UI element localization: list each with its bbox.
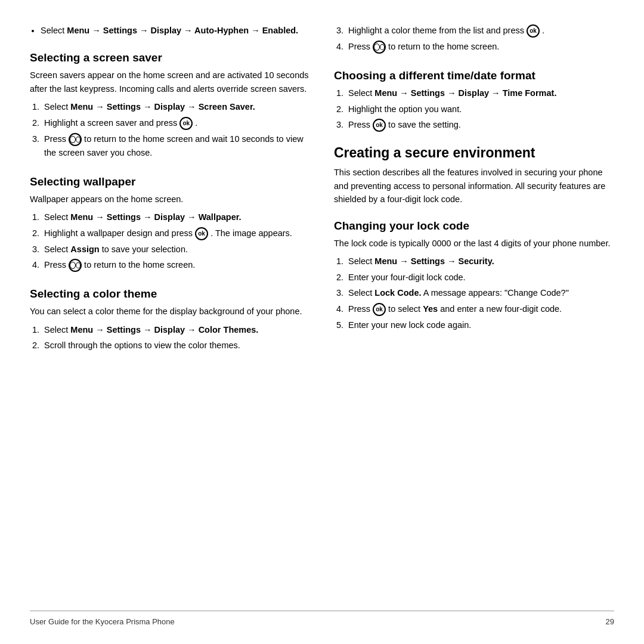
left-column: Select Menu → Settings → Display → Auto-… — [30, 24, 310, 603]
wallpaper-heading: Selecting wallpaper — [30, 175, 310, 188]
time-date-heading: Choosing a different time/date format — [334, 69, 614, 82]
ok-button-icon-4: ok — [373, 119, 386, 132]
lock-code-step1-bold: Menu → Settings → Security. — [374, 256, 494, 266]
right-column: Highlight a color theme from the list an… — [334, 24, 614, 603]
intro-bullet-list: Select Menu → Settings → Display → Auto-… — [41, 24, 310, 37]
screen-saver-step-3: Press to return to the home screen and w… — [42, 132, 310, 160]
screen-saver-heading: Selecting a screen saver — [30, 51, 310, 64]
page-footer: User Guide for the Kyocera Prisma Phone … — [30, 611, 614, 626]
lock-code-heading: Changing your lock code — [334, 219, 614, 233]
color-theme-continued-list: Highlight a color theme from the list an… — [346, 24, 614, 56]
lock-code-step3-bold: Lock Code. — [374, 288, 421, 298]
home-button-icon — [69, 133, 82, 146]
ok-button-icon-3: ok — [527, 24, 540, 38]
intro-bold: Menu → Settings → Display → Auto-Hyphen … — [67, 26, 298, 35]
page: Select Menu → Settings → Display → Auto-… — [0, 0, 644, 644]
secure-env-heading: Creating a secure environment — [334, 145, 614, 161]
home-button-icon-2 — [69, 259, 82, 272]
screen-saver-step-1: Select Menu → Settings → Display → Scree… — [42, 100, 310, 113]
intro-bullet-item: Select Menu → Settings → Display → Auto-… — [41, 24, 310, 37]
yes-bold: Yes — [423, 304, 438, 314]
wallpaper-step-3: Select Assign to save your selection. — [42, 243, 310, 256]
ok-button-icon-5: ok — [373, 303, 386, 316]
screen-saver-list: Select Menu → Settings → Display → Scree… — [42, 100, 310, 162]
time-date-list: Select Menu → Settings → Display → Time … — [346, 86, 614, 134]
wallpaper-step-1: Select Menu → Settings → Display → Wallp… — [42, 210, 310, 224]
home-button-icon-3 — [373, 41, 386, 54]
wallpaper-step-2: Highlight a wallpaper design and press o… — [42, 227, 310, 240]
ok-button-icon: ok — [179, 117, 193, 130]
lock-code-step-4: Press ok to select Yes and enter a new f… — [346, 302, 614, 316]
time-date-step-1: Select Menu → Settings → Display → Time … — [346, 86, 614, 100]
secure-env-intro: This section describes all the features … — [334, 166, 614, 206]
color-theme-step-1: Select Menu → Settings → Display → Color… — [42, 323, 310, 336]
wallpaper-step-4: Press to return to the home screen. — [42, 258, 310, 272]
time-date-step-2: Highlight the option you want. — [346, 103, 614, 116]
color-theme-step-4: Press to return to the home screen. — [346, 40, 614, 54]
lock-code-list: Select Menu → Settings → Security. Enter… — [346, 255, 614, 334]
content-area: Select Menu → Settings → Display → Auto-… — [30, 24, 614, 603]
wallpaper-intro: Wallpaper appears on the home screen. — [30, 193, 310, 206]
color-theme-step1-bold: Menu → Settings → Display → Color Themes… — [70, 325, 258, 335]
ok-button-icon-2: ok — [195, 227, 208, 240]
lock-code-step-1: Select Menu → Settings → Security. — [346, 255, 614, 268]
color-theme-list: Select Menu → Settings → Display → Color… — [42, 323, 310, 355]
footer-label: User Guide for the Kyocera Prisma Phone — [30, 617, 175, 626]
screen-saver-step-2: Highlight a screen saver and press ok . — [42, 116, 310, 130]
color-theme-heading: Selecting a color theme — [30, 287, 310, 301]
assign-bold: Assign — [70, 244, 99, 254]
lock-code-step-3: Select Lock Code. A message appears: "Ch… — [346, 286, 614, 299]
lock-code-intro: The lock code is typically 0000 or the l… — [334, 237, 614, 250]
page-number: 29 — [606, 617, 614, 626]
screen-saver-step1-bold: Menu → Settings → Display → Screen Saver… — [70, 102, 255, 112]
wallpaper-step1-bold: Menu → Settings → Display → Wallpaper. — [70, 212, 241, 222]
time-date-step-3: Press ok to save the setting. — [346, 118, 614, 132]
color-theme-step-3: Highlight a color theme from the list an… — [346, 24, 614, 38]
wallpaper-list: Select Menu → Settings → Display → Wallp… — [42, 210, 310, 274]
lock-code-step-5: Enter your new lock code again. — [346, 318, 614, 332]
color-theme-intro: You can select a color theme for the dis… — [30, 305, 310, 318]
screen-saver-intro: Screen savers appear on the home screen … — [30, 69, 310, 95]
lock-code-step-2: Enter your four-digit lock code. — [346, 271, 614, 284]
color-theme-step-2: Scroll through the options to view the c… — [42, 339, 310, 352]
time-date-step1-bold: Menu → Settings → Display → Time Format. — [374, 88, 556, 98]
